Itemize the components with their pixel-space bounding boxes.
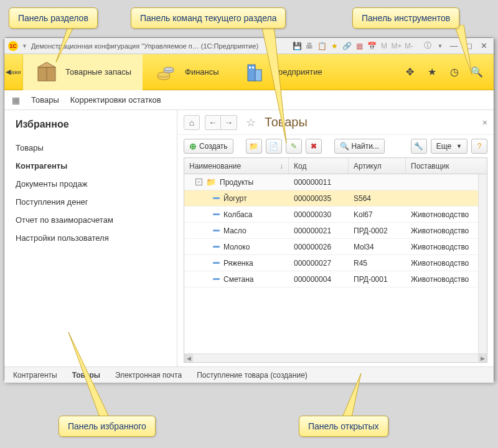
calc-icon[interactable]: ▦ [354, 41, 364, 51]
magnifier-icon: 🔍 [340, 142, 349, 151]
fav-item[interactable]: Документы продаж [16, 175, 166, 193]
move-icon[interactable]: ✥ [404, 67, 415, 78]
callout-commands: Панель команд текущего раздела [131, 7, 286, 29]
col-supplier[interactable]: Поставщик [406, 158, 487, 174]
grid-icon[interactable]: ▦ [12, 95, 20, 105]
titlebar-icons: 💾 🖶 📋 ★ 🔗 ▦ 📅 M M+ M- ⓘ ▼ — ◻ ✕ [292, 41, 490, 51]
svg-rect-15 [252, 67, 254, 68]
section-label: Товарные запасы [65, 67, 131, 77]
callout-open: Панель открытых [299, 416, 388, 437]
mplus-icon[interactable]: M+ [392, 41, 402, 51]
svg-rect-14 [249, 67, 251, 68]
scrollbar-vertical[interactable] [478, 174, 487, 353]
print-icon[interactable]: 🖶 [304, 41, 314, 51]
star-icon[interactable]: ★ [329, 41, 339, 51]
folder-icon: 📁 [206, 177, 216, 187]
star-outline-icon[interactable]: ☆ [246, 116, 256, 129]
fav-item[interactable]: Настройки пользователя [16, 229, 166, 247]
copy-button[interactable]: 📄 [266, 139, 282, 154]
table-row[interactable]: Колбаса 000000030 Kol67 Животноводство [184, 207, 487, 223]
home-button[interactable]: ⌂ [184, 115, 200, 130]
open-item[interactable]: Контрагенты [13, 371, 57, 380]
svg-rect-12 [248, 65, 255, 81]
calendar-icon[interactable]: 📅 [367, 41, 377, 51]
collapse-icon[interactable]: − [195, 179, 202, 185]
copy-icon[interactable]: 📋 [317, 41, 327, 51]
favorite-star-icon[interactable]: ★ [426, 67, 438, 78]
item-icon [213, 230, 220, 231]
cmd-item-corrections[interactable]: Корректировки остатков [70, 95, 161, 105]
col-code[interactable]: Код [289, 158, 349, 174]
create-folder-button[interactable]: 📁 [246, 139, 262, 154]
forward-button[interactable]: → [221, 115, 237, 130]
info-icon[interactable]: ⓘ [423, 41, 433, 51]
section-inventory[interactable]: Товарные запасы [23, 54, 143, 90]
col-name[interactable]: Наименование↓ [184, 158, 289, 174]
open-panel: Контрагенты Товары Электронная почта Пос… [4, 366, 494, 383]
app-window: 1C ▼ Демонстрационная конфигурация "Упра… [4, 37, 494, 382]
create-button[interactable]: ⊕Создать [184, 139, 233, 154]
open-item[interactable]: Товары [72, 371, 100, 380]
item-icon [213, 262, 220, 264]
dropdown-icon[interactable]: ▼ [22, 43, 27, 49]
sections-panel: ◀ ажи Товарные запасы Финансы Предприяти… [4, 54, 494, 90]
search-icon[interactable]: 🔍 [471, 67, 482, 78]
open-item[interactable]: Электронная почта [115, 371, 182, 380]
scrollbar-horizontal[interactable]: ◀▶ [184, 353, 487, 362]
sections-tools: ✥ ★ ◷ 🔍 [404, 67, 494, 78]
save-icon[interactable]: 💾 [292, 41, 302, 51]
history-icon[interactable]: ◷ [449, 67, 460, 78]
callout-sections: Панель разделов [9, 7, 98, 29]
commands-panel: ▦ Товары Корректировки остатков [4, 90, 494, 110]
section-label: Предприятие [273, 67, 322, 77]
help-button[interactable]: ? [471, 139, 487, 154]
fav-item[interactable]: Отчет по взаиморасчетам [16, 211, 166, 229]
m-icon[interactable]: M [379, 41, 389, 51]
link-icon[interactable]: 🔗 [342, 41, 352, 51]
edit-button[interactable]: ✎ [286, 139, 302, 154]
item-icon [213, 246, 220, 248]
table-row[interactable]: Сметана 000000004 ПРД-0001 Животноводств… [184, 271, 487, 287]
section-nav-back[interactable]: ◀ ажи [4, 55, 23, 90]
fav-item[interactable]: Контрагенты [16, 157, 166, 175]
table-row[interactable]: Йогурт 000000035 S564 [184, 190, 487, 207]
favorites-panel: Избранное Товары Контрагенты Документы п… [4, 110, 177, 366]
fav-item[interactable]: Товары [16, 139, 166, 157]
chevron-down-icon: ▼ [456, 143, 462, 149]
app-logo-icon: 1C [8, 41, 18, 51]
mminus-icon[interactable]: M- [404, 41, 414, 51]
cmd-item-products[interactable]: Товары [31, 95, 59, 105]
svg-marker-6 [38, 62, 55, 67]
item-icon [213, 213, 220, 215]
open-item[interactable]: Поступление товара (создание) [197, 371, 308, 380]
minimize-icon[interactable]: — [448, 41, 460, 51]
table-row[interactable]: −📁Продукты 000000011 [184, 174, 487, 190]
titlebar: 1C ▼ Демонстрационная конфигурация "Упра… [4, 38, 494, 54]
favorites-title: Избранное [16, 119, 166, 130]
settings-button[interactable]: 🔧 [411, 139, 427, 154]
maximize-icon[interactable]: ◻ [463, 41, 475, 51]
delete-button[interactable]: ✖ [306, 139, 322, 154]
item-icon [213, 197, 220, 199]
grid-header: Наименование↓ Код Артикул Поставщик [184, 158, 487, 174]
toolbar: ⊕Создать 📁 📄 ✎ ✖ 🔍Найти... 🔧 Еще▼ ? [177, 135, 494, 157]
building-icon [242, 60, 266, 85]
table-row[interactable]: Молоко 000000026 Mol34 Животноводство [184, 239, 487, 255]
wrench-icon: 🔧 [414, 142, 423, 151]
section-finance[interactable]: Финансы [143, 54, 230, 90]
dropdown2-icon[interactable]: ▼ [435, 41, 445, 51]
close-page-button[interactable]: × [482, 118, 487, 128]
col-article[interactable]: Артикул [349, 158, 406, 174]
more-button[interactable]: Еще▼ [431, 139, 467, 154]
table-row[interactable]: Масло 000000021 ПРД-0002 Животноводство [184, 223, 487, 239]
plus-icon: ⊕ [189, 141, 197, 151]
copy-plus-icon: 📄 [269, 142, 278, 151]
find-button[interactable]: 🔍Найти... [334, 139, 385, 154]
close-icon[interactable]: ✕ [477, 41, 490, 51]
section-enterprise[interactable]: Предприятие [230, 54, 334, 90]
data-grid: Наименование↓ Код Артикул Поставщик −📁Пр… [184, 157, 487, 363]
table-row[interactable]: Ряженка 000000027 R45 Животноводство [184, 255, 487, 271]
grid-body: −📁Продукты 000000011 Йогурт 000000035 S5… [184, 174, 487, 287]
fav-item[interactable]: Поступления денег [16, 193, 166, 211]
back-button[interactable]: ← [205, 115, 221, 130]
